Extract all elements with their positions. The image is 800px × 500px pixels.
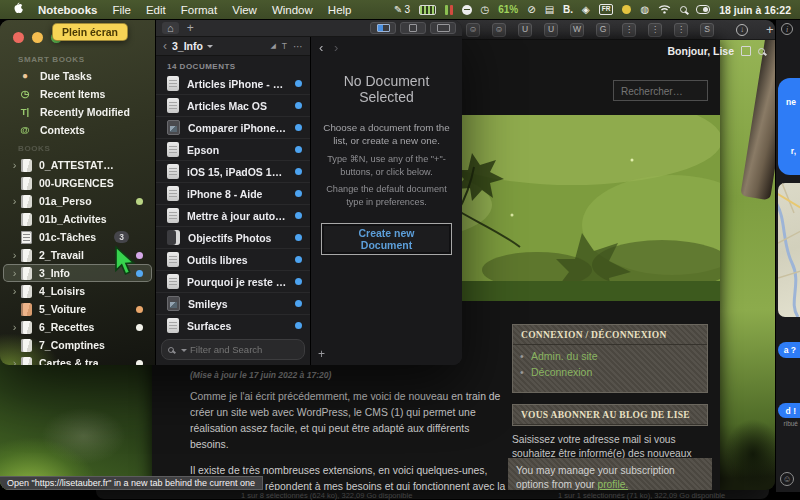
bookmark-favicon[interactable]: S xyxy=(700,23,714,37)
document-list-item[interactable]: Articles Mac OS xyxy=(156,95,310,117)
view-toggle-sidebar[interactable] xyxy=(370,22,396,34)
sidebar-smart-item[interactable]: ● Due Tasks xyxy=(0,67,155,85)
book-chevron-icon[interactable]: › xyxy=(9,358,20,366)
do-not-disturb-icon[interactable] xyxy=(462,5,472,15)
add-document-icon[interactable]: + xyxy=(318,347,325,361)
meter-bars-icon[interactable] xyxy=(445,5,453,15)
bookmark-favicon[interactable]: U xyxy=(518,23,532,37)
menu-item[interactable]: Edit xyxy=(146,4,166,16)
cpu-graph-icon[interactable] xyxy=(419,5,436,15)
bookmark-favicon[interactable]: U xyxy=(544,23,558,37)
sidebar-book-item[interactable]: › 5_Voiture xyxy=(3,300,152,318)
sidebar-book-item[interactable]: › Cartes & transports xyxy=(3,354,152,365)
sort-icon[interactable]: ◢ xyxy=(270,42,275,50)
menu-item[interactable]: View xyxy=(232,4,257,16)
bookmark-favicon[interactable]: ☺ xyxy=(466,23,480,37)
widget-link[interactable]: Admin. du site xyxy=(531,350,701,362)
clock-menu-icon[interactable]: ◷ xyxy=(481,4,490,15)
nav-back-icon[interactable]: ‹ xyxy=(319,40,323,55)
download-icon[interactable]: ↓ xyxy=(736,24,748,36)
view-toggle-compact[interactable] xyxy=(400,22,426,34)
back-chevron-icon[interactable]: ‹ xyxy=(163,39,167,53)
user-switch-icon[interactable] xyxy=(696,5,710,14)
apple-menu-icon[interactable] xyxy=(12,2,23,17)
battery-percentage[interactable]: 61% xyxy=(498,4,518,15)
spotlight-search-icon[interactable] xyxy=(680,6,687,13)
sidebar-smart-item[interactable]: T| Recently Modified xyxy=(0,103,155,121)
menu-app-name[interactable]: Notebooks xyxy=(38,4,97,16)
sidebar-smart-item[interactable]: ◷ Recent Items xyxy=(0,85,155,103)
shared-map-thumbnail[interactable] xyxy=(778,183,800,317)
document-list-item[interactable]: Mettre à jour automatique... xyxy=(156,205,310,227)
filter-search-input[interactable] xyxy=(190,344,298,355)
document-list-item[interactable]: Smileys xyxy=(156,293,310,315)
create-document-button[interactable]: Create new Document xyxy=(321,223,452,255)
book-icon xyxy=(21,303,32,316)
yellow-status-icon[interactable] xyxy=(622,5,631,14)
add-tab-icon[interactable]: + xyxy=(187,21,194,35)
emoji-picker-icon[interactable]: ☺ xyxy=(780,472,794,486)
book-chevron-icon[interactable]: › xyxy=(9,322,20,333)
nav-forward-icon[interactable]: › xyxy=(334,40,338,55)
book-chevron-icon[interactable]: › xyxy=(9,286,20,297)
bookmark-favicon[interactable]: ⋮ xyxy=(674,23,688,37)
record-icon[interactable]: ◍ xyxy=(640,4,649,15)
sidebar-book-item[interactable]: › 01c-Tâches 3 xyxy=(3,228,152,246)
more-options-icon[interactable]: ⋯ xyxy=(293,41,303,52)
widget-link[interactable]: Déconnexion xyxy=(531,366,701,378)
bookmark-favicon[interactable]: ⋮ xyxy=(622,23,636,37)
menu-item[interactable]: Window xyxy=(272,4,313,16)
document-list-item[interactable]: iPhone 8 - Aide xyxy=(156,183,310,205)
menu-item[interactable]: File xyxy=(112,4,131,16)
sidebar-book-item[interactable]: › 6_Recettes xyxy=(3,318,152,336)
pencil-badge-icon[interactable]: ✎3 xyxy=(394,4,410,15)
document-list-item[interactable]: Comparer iPhone -Apple xyxy=(156,117,310,139)
b-app-icon[interactable]: B. xyxy=(563,4,573,15)
minimize-window-button[interactable] xyxy=(32,32,43,43)
book-chevron-icon[interactable]: › xyxy=(9,268,20,279)
page-search-icon[interactable] xyxy=(758,48,765,55)
sidebar-book-item[interactable]: › 01a_Perso xyxy=(3,192,152,210)
text-size-icon[interactable]: T xyxy=(282,41,287,51)
chevron-down-icon[interactable] xyxy=(207,45,213,51)
bookmark-favicon[interactable]: W xyxy=(570,23,584,37)
book-title[interactable]: 3_Info xyxy=(172,40,203,52)
document-list-item[interactable]: Pourquoi je reste dans l'u... xyxy=(156,271,310,293)
book-chevron-icon[interactable]: › xyxy=(9,196,20,207)
checkbox[interactable] xyxy=(741,46,751,56)
document-list-item[interactable]: Outils libres xyxy=(156,249,310,271)
input-source-flag[interactable]: FR xyxy=(599,4,614,15)
close-window-button[interactable] xyxy=(13,32,24,43)
view-toggle-wide[interactable] xyxy=(430,22,456,34)
menu-item[interactable]: Help xyxy=(328,4,352,16)
sidebar-book-item[interactable]: › 4_Loisirs xyxy=(3,282,152,300)
book-chevron-icon[interactable]: › xyxy=(9,250,20,261)
search-input[interactable] xyxy=(614,82,707,101)
filter-search-field[interactable] xyxy=(161,339,305,360)
sidebar-book-item[interactable]: › 7_Comptines xyxy=(3,336,152,354)
notes-icon[interactable]: ▤ xyxy=(545,4,554,15)
sidebar-book-item[interactable]: › 01b_Activites xyxy=(3,210,152,228)
book-chevron-icon[interactable]: › xyxy=(9,160,20,171)
page-search-field[interactable] xyxy=(613,80,708,101)
bookmark-favicon[interactable]: G xyxy=(596,23,610,37)
home-icon[interactable]: ⌂ xyxy=(162,22,179,34)
bookmark-favicon[interactable]: ☺ xyxy=(492,23,506,37)
document-list-item[interactable]: Objectifs Photos xyxy=(156,227,310,249)
menu-bar-clock[interactable]: 18 juin à 16:22 xyxy=(719,4,791,16)
sidebar-book-item[interactable]: › 0_ATTESTATIONS xyxy=(3,156,152,174)
diamond-icon[interactable]: ◈ xyxy=(582,4,590,15)
menu-item[interactable]: Format xyxy=(181,4,217,16)
info-icon[interactable]: i xyxy=(781,23,793,35)
new-tab-button[interactable]: + xyxy=(766,22,774,37)
document-list-item[interactable]: iOS 15, iPadOS 15 watch... xyxy=(156,161,310,183)
sidebar-smart-item[interactable]: @ Contexts xyxy=(0,121,155,139)
bookmark-favicon[interactable]: ⋮ xyxy=(648,23,662,37)
wifi-icon[interactable] xyxy=(658,4,671,16)
sidebar-book-item[interactable]: › 00-URGENCES xyxy=(3,174,152,192)
profile-link[interactable]: profile. xyxy=(598,479,629,490)
document-list-item[interactable]: Epson xyxy=(156,139,310,161)
blocked-icon[interactable]: ⊘ xyxy=(527,4,535,15)
document-list-item[interactable]: Surfaces xyxy=(156,315,310,336)
document-list-item[interactable]: Articles iPhone - watch OS xyxy=(156,73,310,95)
